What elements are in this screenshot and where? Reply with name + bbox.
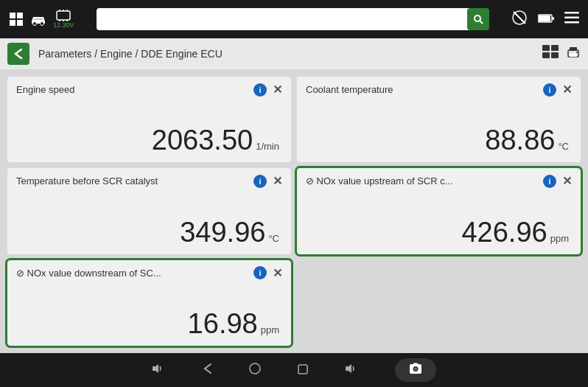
- param-card-nox-upstream: ⊘ NOx value upstream of SCR c... i ✕ 426…: [297, 168, 581, 254]
- param-card-engine-speed: Engine speed i ✕ 2063.50 1/min: [7, 77, 291, 162]
- svg-line-14: [480, 21, 483, 24]
- param-name-nox-downstream: ⊘ NOx value downstream of SC...: [16, 268, 253, 279]
- home-icon[interactable]: [249, 363, 261, 378]
- print-icon[interactable]: [566, 45, 581, 63]
- svg-point-5: [41, 22, 44, 26]
- svg-rect-20: [564, 12, 579, 14]
- breadcrumb-actions: [542, 45, 581, 63]
- info-icon-engine-speed[interactable]: i: [253, 83, 267, 97]
- svg-line-16: [514, 12, 525, 24]
- param-header: Engine speed i ✕: [16, 83, 282, 97]
- camera-icon[interactable]: [395, 358, 436, 382]
- param-value-row: 2063.50 1/min: [16, 125, 282, 156]
- battery-icon: [538, 12, 554, 27]
- param-unit-coolant-temp: °C: [558, 141, 569, 152]
- svg-rect-18: [553, 17, 555, 20]
- param-controls: i ✕: [543, 174, 572, 188]
- param-controls: i ✕: [543, 83, 572, 97]
- param-value-nox-upstream: 426.96: [461, 217, 547, 248]
- list-view-icon[interactable]: [542, 45, 559, 63]
- param-value-nox-downstream: 16.98: [188, 308, 258, 340]
- param-value-engine-speed: 2063.50: [152, 125, 253, 156]
- close-icon-nox-upstream[interactable]: ✕: [562, 174, 572, 188]
- param-unit-nox-upstream: ppm: [550, 233, 569, 244]
- top-bar: 12.30V: [0, 0, 588, 38]
- param-unit-engine-speed: 1/min: [256, 141, 279, 152]
- close-icon-coolant-temp[interactable]: ✕: [562, 83, 572, 97]
- param-name-temp-scr: Temperature before SCR catalyst: [16, 175, 253, 186]
- top-right-icons: [511, 10, 579, 29]
- back-button[interactable]: [7, 43, 29, 65]
- search-input[interactable]: [97, 8, 470, 30]
- svg-point-34: [414, 368, 417, 371]
- param-controls: i ✕: [253, 174, 282, 188]
- param-value-coolant-temp: 88.86: [485, 125, 555, 156]
- svg-rect-28: [570, 47, 577, 51]
- svg-point-4: [33, 22, 37, 26]
- back-nav-icon[interactable]: [202, 363, 212, 378]
- close-icon-nox-downstream[interactable]: ✕: [273, 266, 282, 280]
- param-unit-temp-scr: °C: [268, 233, 279, 244]
- param-value-row: 16.98 ppm: [16, 308, 282, 340]
- param-card-nox-downstream: ⊘ NOx value downstream of SC... i ✕ 16.9…: [7, 260, 291, 346]
- param-header: ⊘ NOx value downstream of SC... i ✕: [16, 266, 282, 280]
- info-icon-nox-upstream[interactable]: i: [543, 175, 556, 188]
- search-button[interactable]: [467, 8, 489, 30]
- close-icon-temp-scr[interactable]: ✕: [273, 174, 282, 188]
- param-header: Temperature before SCR catalyst i ✕: [16, 174, 282, 188]
- svg-rect-19: [539, 15, 550, 21]
- svg-point-30: [576, 52, 578, 53]
- square-icon[interactable]: [298, 363, 308, 378]
- top-bar-left-icons: 12.30V: [9, 10, 74, 29]
- wifi-off-icon[interactable]: [511, 10, 528, 29]
- svg-rect-3: [17, 20, 23, 26]
- volume-right-icon[interactable]: [345, 363, 358, 378]
- svg-rect-2: [10, 20, 15, 26]
- voltage-label: 12.30V: [53, 21, 74, 29]
- svg-point-13: [475, 15, 480, 21]
- svg-rect-26: [551, 52, 559, 58]
- param-value-row: 88.86 °C: [306, 125, 572, 156]
- ecu-icon[interactable]: 12.30V: [53, 10, 74, 29]
- param-unit-nox-downstream: ppm: [261, 324, 279, 335]
- param-controls: i ✕: [253, 266, 282, 280]
- param-value-row: 349.96 °C: [16, 217, 282, 248]
- svg-rect-24: [551, 45, 559, 51]
- svg-rect-29: [570, 54, 577, 57]
- param-name-coolant-temp: Coolant temperature: [306, 84, 543, 95]
- param-header: Coolant temperature i ✕: [306, 83, 572, 97]
- svg-rect-0: [10, 13, 15, 18]
- svg-rect-23: [542, 45, 550, 51]
- param-card-temp-scr: Temperature before SCR catalyst i ✕ 349.…: [7, 168, 291, 254]
- param-controls: i ✕: [253, 83, 282, 97]
- bottom-nav: [0, 353, 588, 387]
- close-icon-engine-speed[interactable]: ✕: [273, 83, 282, 97]
- menu-icon[interactable]: [564, 12, 579, 27]
- info-icon-nox-downstream[interactable]: i: [253, 266, 267, 279]
- info-icon-coolant-temp[interactable]: i: [543, 83, 556, 97]
- empty-cell: [297, 260, 581, 346]
- param-card-coolant-temp: Coolant temperature i ✕ 88.86 °C: [297, 77, 581, 162]
- svg-rect-22: [564, 21, 579, 24]
- svg-rect-6: [57, 11, 70, 20]
- breadcrumb-path: Parameters / Engine / DDE Engine ECU: [38, 48, 533, 60]
- param-value-row: 426.96 ppm: [306, 217, 572, 248]
- svg-rect-1: [17, 13, 23, 18]
- param-name-nox-upstream: ⊘ NOx value upstream of SCR c...: [306, 175, 543, 186]
- svg-rect-32: [298, 365, 307, 374]
- svg-point-31: [250, 363, 260, 374]
- param-value-temp-scr: 349.96: [180, 217, 265, 248]
- svg-rect-25: [542, 52, 550, 58]
- search-container: [97, 8, 489, 30]
- grid-icon[interactable]: [9, 12, 24, 27]
- param-name-engine-speed: Engine speed: [16, 84, 253, 95]
- breadcrumb-bar: Parameters / Engine / DDE Engine ECU: [0, 38, 588, 69]
- param-header: ⊘ NOx value upstream of SCR c... i ✕: [306, 174, 572, 188]
- info-icon-temp-scr[interactable]: i: [253, 175, 267, 188]
- main-content: Engine speed i ✕ 2063.50 1/min Coolant t…: [0, 69, 588, 353]
- svg-rect-21: [564, 16, 579, 18]
- volume-left-icon[interactable]: [152, 363, 165, 378]
- car-icon[interactable]: [29, 13, 47, 26]
